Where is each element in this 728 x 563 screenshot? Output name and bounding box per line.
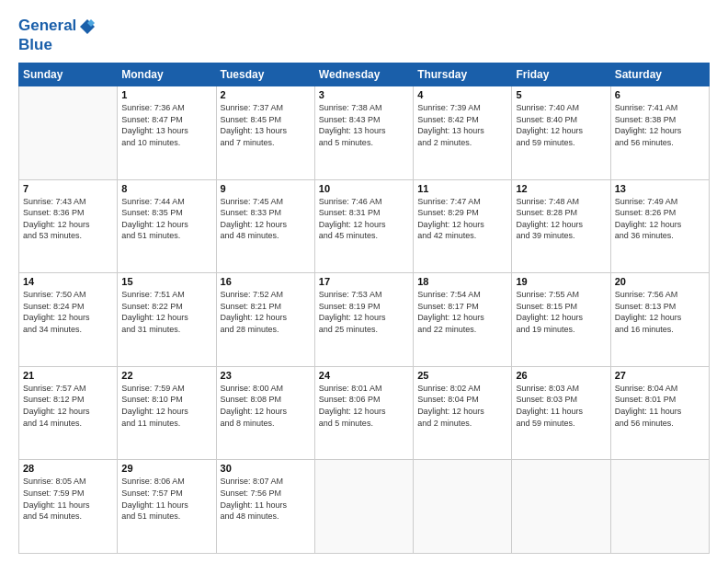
day-number: 30 [221, 463, 311, 474]
calendar-cell [414, 460, 512, 554]
calendar-week-row: 7Sunrise: 7:43 AM Sunset: 8:36 PM Daylig… [19, 179, 710, 273]
weekday-header-tuesday: Tuesday [216, 63, 314, 86]
day-number: 22 [121, 370, 211, 381]
calendar-cell: 29Sunrise: 8:06 AM Sunset: 7:57 PM Dayli… [118, 460, 216, 554]
day-number: 14 [23, 276, 113, 287]
day-number: 2 [221, 89, 311, 100]
calendar-week-row: 1Sunrise: 7:36 AM Sunset: 8:47 PM Daylig… [19, 86, 710, 180]
day-number: 12 [516, 183, 606, 194]
day-info: Sunrise: 7:47 AM Sunset: 8:29 PM Dayligh… [417, 196, 507, 242]
day-number: 26 [516, 370, 606, 381]
day-number: 16 [221, 276, 311, 287]
logo-blue: Blue [18, 36, 97, 54]
day-info: Sunrise: 8:03 AM Sunset: 8:03 PM Dayligh… [516, 383, 606, 429]
day-info: Sunrise: 7:56 AM Sunset: 8:13 PM Dayligh… [615, 289, 705, 335]
day-info: Sunrise: 8:01 AM Sunset: 8:06 PM Dayligh… [319, 383, 409, 429]
day-info: Sunrise: 7:45 AM Sunset: 8:33 PM Dayligh… [221, 196, 311, 242]
day-info: Sunrise: 7:40 AM Sunset: 8:40 PM Dayligh… [516, 102, 606, 148]
calendar-cell: 14Sunrise: 7:50 AM Sunset: 8:24 PM Dayli… [19, 273, 118, 367]
calendar-cell: 9Sunrise: 7:45 AM Sunset: 8:33 PM Daylig… [216, 179, 314, 273]
calendar-cell: 17Sunrise: 7:53 AM Sunset: 8:19 PM Dayli… [314, 273, 413, 367]
day-info: Sunrise: 7:38 AM Sunset: 8:43 PM Dayligh… [319, 102, 409, 148]
calendar-cell [314, 460, 413, 554]
day-number: 7 [23, 183, 113, 194]
day-info: Sunrise: 8:05 AM Sunset: 7:59 PM Dayligh… [23, 476, 113, 522]
day-info: Sunrise: 8:04 AM Sunset: 8:01 PM Dayligh… [615, 383, 705, 429]
calendar-cell: 13Sunrise: 7:49 AM Sunset: 8:26 PM Dayli… [610, 179, 709, 273]
day-number: 29 [121, 463, 211, 474]
day-info: Sunrise: 7:55 AM Sunset: 8:15 PM Dayligh… [516, 289, 606, 335]
calendar-cell [19, 86, 118, 180]
day-info: Sunrise: 7:49 AM Sunset: 8:26 PM Dayligh… [615, 196, 705, 242]
weekday-header-monday: Monday [118, 63, 216, 86]
day-number: 8 [121, 183, 211, 194]
day-info: Sunrise: 7:43 AM Sunset: 8:36 PM Dayligh… [23, 196, 113, 242]
calendar-cell: 7Sunrise: 7:43 AM Sunset: 8:36 PM Daylig… [19, 179, 118, 273]
calendar-cell [512, 460, 610, 554]
calendar-cell: 11Sunrise: 7:47 AM Sunset: 8:29 PM Dayli… [414, 179, 512, 273]
calendar-week-row: 21Sunrise: 7:57 AM Sunset: 8:12 PM Dayli… [19, 366, 710, 460]
day-info: Sunrise: 8:00 AM Sunset: 8:08 PM Dayligh… [221, 383, 311, 429]
calendar-week-row: 14Sunrise: 7:50 AM Sunset: 8:24 PM Dayli… [19, 273, 710, 367]
day-info: Sunrise: 7:53 AM Sunset: 8:19 PM Dayligh… [319, 289, 409, 335]
logo-general: General [18, 17, 76, 34]
calendar-cell: 4Sunrise: 7:39 AM Sunset: 8:42 PM Daylig… [414, 86, 512, 180]
day-number: 20 [615, 276, 705, 287]
calendar-cell: 16Sunrise: 7:52 AM Sunset: 8:21 PM Dayli… [216, 273, 314, 367]
calendar-cell: 20Sunrise: 7:56 AM Sunset: 8:13 PM Dayli… [610, 273, 709, 367]
day-info: Sunrise: 8:06 AM Sunset: 7:57 PM Dayligh… [121, 476, 211, 522]
day-info: Sunrise: 7:50 AM Sunset: 8:24 PM Dayligh… [23, 289, 113, 335]
day-info: Sunrise: 7:44 AM Sunset: 8:35 PM Dayligh… [121, 196, 211, 242]
day-number: 25 [417, 370, 507, 381]
weekday-header-wednesday: Wednesday [314, 63, 413, 86]
calendar-cell [610, 460, 709, 554]
day-number: 11 [417, 183, 507, 194]
weekday-header-thursday: Thursday [414, 63, 512, 86]
day-number: 3 [319, 89, 409, 100]
header: General Blue [18, 17, 710, 53]
weekday-header-sunday: Sunday [19, 63, 118, 86]
day-number: 24 [319, 370, 409, 381]
day-info: Sunrise: 7:39 AM Sunset: 8:42 PM Dayligh… [417, 102, 507, 148]
weekday-header-friday: Friday [512, 63, 610, 86]
day-number: 10 [319, 183, 409, 194]
calendar-cell: 21Sunrise: 7:57 AM Sunset: 8:12 PM Dayli… [19, 366, 118, 460]
day-info: Sunrise: 8:02 AM Sunset: 8:04 PM Dayligh… [417, 383, 507, 429]
calendar-cell: 6Sunrise: 7:41 AM Sunset: 8:38 PM Daylig… [610, 86, 709, 180]
day-info: Sunrise: 7:36 AM Sunset: 8:47 PM Dayligh… [121, 102, 211, 148]
day-number: 4 [417, 89, 507, 100]
day-number: 19 [516, 276, 606, 287]
calendar-table: SundayMondayTuesdayWednesdayThursdayFrid… [18, 63, 710, 554]
day-info: Sunrise: 7:46 AM Sunset: 8:31 PM Dayligh… [319, 196, 409, 242]
logo-icon [78, 17, 97, 36]
day-info: Sunrise: 7:37 AM Sunset: 8:45 PM Dayligh… [221, 102, 311, 148]
day-number: 1 [121, 89, 211, 100]
day-number: 15 [121, 276, 211, 287]
day-number: 5 [516, 89, 606, 100]
day-number: 17 [319, 276, 409, 287]
day-info: Sunrise: 7:52 AM Sunset: 8:21 PM Dayligh… [221, 289, 311, 335]
calendar-cell: 19Sunrise: 7:55 AM Sunset: 8:15 PM Dayli… [512, 273, 610, 367]
day-number: 28 [23, 463, 113, 474]
calendar-cell: 18Sunrise: 7:54 AM Sunset: 8:17 PM Dayli… [414, 273, 512, 367]
calendar-cell: 28Sunrise: 8:05 AM Sunset: 7:59 PM Dayli… [19, 460, 118, 554]
day-number: 23 [221, 370, 311, 381]
day-info: Sunrise: 7:57 AM Sunset: 8:12 PM Dayligh… [23, 383, 113, 429]
calendar-cell: 3Sunrise: 7:38 AM Sunset: 8:43 PM Daylig… [314, 86, 413, 180]
calendar-cell: 24Sunrise: 8:01 AM Sunset: 8:06 PM Dayli… [314, 366, 413, 460]
logo: General Blue [18, 17, 97, 53]
day-info: Sunrise: 8:07 AM Sunset: 7:56 PM Dayligh… [221, 476, 311, 522]
calendar-cell: 26Sunrise: 8:03 AM Sunset: 8:03 PM Dayli… [512, 366, 610, 460]
day-number: 21 [23, 370, 113, 381]
calendar-cell: 10Sunrise: 7:46 AM Sunset: 8:31 PM Dayli… [314, 179, 413, 273]
calendar-header-row: SundayMondayTuesdayWednesdayThursdayFrid… [19, 63, 710, 86]
calendar-cell: 25Sunrise: 8:02 AM Sunset: 8:04 PM Dayli… [414, 366, 512, 460]
calendar-cell: 27Sunrise: 8:04 AM Sunset: 8:01 PM Dayli… [610, 366, 709, 460]
calendar-cell: 30Sunrise: 8:07 AM Sunset: 7:56 PM Dayli… [216, 460, 314, 554]
day-number: 18 [417, 276, 507, 287]
day-info: Sunrise: 7:59 AM Sunset: 8:10 PM Dayligh… [121, 383, 211, 429]
day-number: 27 [615, 370, 705, 381]
calendar-cell: 8Sunrise: 7:44 AM Sunset: 8:35 PM Daylig… [118, 179, 216, 273]
calendar-cell: 5Sunrise: 7:40 AM Sunset: 8:40 PM Daylig… [512, 86, 610, 180]
day-info: Sunrise: 7:48 AM Sunset: 8:28 PM Dayligh… [516, 196, 606, 242]
